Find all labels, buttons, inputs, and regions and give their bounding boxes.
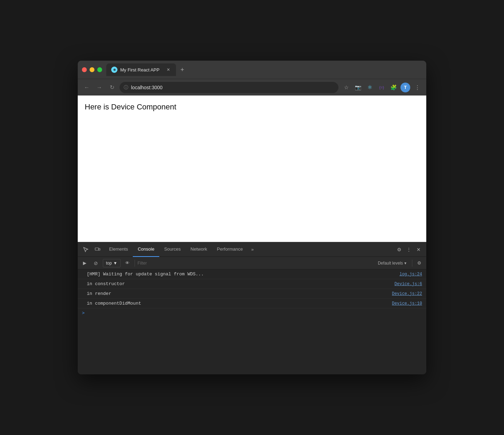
tab-title: My First React APP — [120, 67, 163, 72]
secure-icon: ⓘ — [124, 84, 128, 91]
page-content: Here is Device Component — [78, 96, 426, 242]
levels-dropdown-icon: ▾ — [404, 261, 406, 266]
page-heading: Here is Device Component — [85, 102, 419, 112]
devtools-settings-button[interactable]: ⚙ — [394, 245, 404, 254]
clear-console-button[interactable]: ⊘ — [92, 259, 100, 267]
console-message-didmount: in componentDidMount — [87, 301, 389, 306]
console-message-render: in render — [87, 291, 389, 296]
console-source-didmount[interactable]: Device.js:10 — [392, 301, 422, 306]
close-button[interactable] — [82, 67, 87, 72]
device-emulation-button[interactable] — [92, 244, 103, 255]
kebab-icon: ⋮ — [406, 247, 411, 252]
console-row-render: in render Device.js:22 — [78, 289, 426, 299]
bookmark-button[interactable]: ☆ — [341, 83, 351, 92]
more-options-button[interactable]: ⋮ — [412, 83, 422, 92]
run-script-button[interactable]: ▶ — [81, 259, 89, 267]
new-tab-button[interactable]: + — [177, 65, 187, 75]
url-text: localhost:3000 — [131, 85, 162, 90]
reload-button[interactable]: ↻ — [107, 83, 117, 92]
close-icon: ✕ — [417, 247, 421, 252]
devtools-close-button[interactable]: ✕ — [414, 245, 423, 254]
console-source-render[interactable]: Device.js:22 — [392, 291, 422, 296]
eye-icon: 👁 — [125, 260, 130, 266]
settings-gear-icon: ⚙ — [397, 247, 402, 252]
devtools-more-button[interactable]: ⋮ — [404, 245, 414, 254]
toolbar-separator2 — [412, 260, 412, 267]
tab-favicon: ⚛ — [111, 67, 117, 73]
filter-placeholder: Filter — [138, 261, 147, 266]
extensions-button[interactable]: 🧩 — [389, 83, 398, 92]
context-selector[interactable]: top ▼ — [103, 259, 121, 267]
context-label: top — [106, 261, 112, 266]
console-output: [HMR] Waiting for update signal from WDS… — [78, 269, 426, 374]
toolbar-separator — [135, 260, 135, 267]
maximize-button[interactable] — [97, 67, 102, 72]
console-row-hmr: [HMR] Waiting for update signal from WDS… — [78, 269, 426, 279]
forward-button[interactable]: → — [94, 83, 104, 92]
back-button[interactable]: ← — [82, 83, 92, 92]
tab-performance[interactable]: Performance — [212, 242, 247, 257]
traffic-lights — [82, 67, 102, 72]
console-message-constructor: in constructor — [87, 281, 392, 287]
console-prompt[interactable]: > — [78, 308, 426, 318]
navigation-bar: ← → ↻ ⓘ localhost:3000 ☆ 📷 ⚛ {=} — [78, 79, 426, 96]
svg-rect-0 — [95, 248, 99, 250]
react-extension-button[interactable]: ⚛ — [365, 83, 375, 92]
puzzle-icon: 🧩 — [390, 84, 397, 91]
redux-extension-button[interactable]: {=} — [377, 83, 387, 92]
no-entry-icon: ⊘ — [94, 260, 98, 266]
console-settings-button[interactable]: ⚙ — [415, 259, 423, 267]
tab-console[interactable]: Console — [133, 242, 159, 257]
more-icon: ⋮ — [415, 84, 420, 91]
title-bar: ⚛ My First React APP ✕ + — [78, 61, 426, 79]
filter-eye-button[interactable]: 👁 — [123, 259, 132, 267]
redux-icon: {=} — [379, 85, 384, 90]
dropdown-chevron-icon: ▼ — [113, 261, 117, 266]
svg-rect-1 — [99, 249, 100, 250]
more-tabs-button[interactable]: » — [248, 244, 257, 255]
profile-button[interactable]: T — [400, 83, 410, 92]
tab-bar: ⚛ My First React APP ✕ + — [106, 63, 422, 76]
console-row-constructor: in constructor Device.js:6 — [78, 279, 426, 289]
log-levels-button[interactable]: Default levels ▾ — [375, 260, 409, 266]
tab-sources[interactable]: Sources — [159, 242, 186, 257]
devtools-panel: Elements Console Sources Network Perform… — [78, 242, 426, 374]
address-bar[interactable]: ⓘ localhost:3000 — [120, 82, 338, 93]
nav-actions: ☆ 📷 ⚛ {=} 🧩 T ⋮ — [341, 83, 422, 92]
tab-close-button[interactable]: ✕ — [166, 67, 171, 72]
react-icon: ⚛ — [367, 84, 372, 91]
console-row-didmount: in componentDidMount Device.js:10 — [78, 299, 426, 308]
console-gear-icon: ⚙ — [417, 260, 421, 266]
screenshot-button[interactable]: 📷 — [353, 83, 363, 92]
console-source-hmr[interactable]: log.js:24 — [399, 272, 422, 277]
tab-elements[interactable]: Elements — [104, 242, 133, 257]
tab-network[interactable]: Network — [186, 242, 212, 257]
cursor-icon — [83, 247, 89, 252]
browser-window: ⚛ My First React APP ✕ + ← → ↻ ⓘ localho… — [78, 61, 426, 374]
devtools-tabbar: Elements Console Sources Network Perform… — [78, 242, 426, 257]
console-message-hmr: [HMR] Waiting for update signal from WDS… — [87, 272, 397, 277]
run-icon: ▶ — [83, 260, 86, 266]
console-toolbar: ▶ ⊘ top ▼ 👁 Filter Default levels ▾ ⚙ — [78, 257, 426, 269]
console-source-constructor[interactable]: Device.js:6 — [395, 282, 422, 287]
minimize-button[interactable] — [90, 67, 94, 72]
camera-icon: 📷 — [355, 84, 361, 91]
device-icon — [95, 247, 100, 252]
active-tab[interactable]: ⚛ My First React APP ✕ — [106, 63, 176, 76]
inspect-element-button[interactable] — [81, 244, 91, 255]
